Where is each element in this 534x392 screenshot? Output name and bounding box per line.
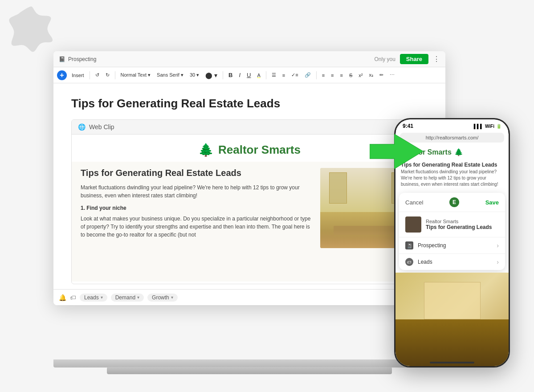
phone-status-icons: ▌▌▌ WiFi 🔋 [474,124,501,129]
phone-site-tree-icon: 🌲 [454,148,463,156]
app-topbar-right: Only you Share ⋮ [375,54,440,64]
green-arrow-icon [370,134,423,169]
article-body1: Look at what makes your business unique.… [81,215,313,239]
share-button[interactable]: Share [400,54,428,64]
color-picker[interactable]: ⬤ ▾ [203,71,220,80]
only-you-label: Only you [375,56,395,62]
web-clip-header: 🌐 Web Clip [72,120,427,135]
notebook-title: Prospecting [68,56,96,62]
tag-leads-label: Leads [84,294,99,301]
laptop-stand [53,359,445,368]
growth-caret: ▾ [171,295,173,300]
site-logo-icon: 🌲 [198,143,214,157]
tag-demand[interactable]: Demand ▾ [111,294,144,302]
note-info: Realtor Smarts Tips for Generating Leads [426,219,499,230]
phone-kitchen-image [395,273,509,366]
laptop-base [107,367,392,374]
toolbar-divider-1 [90,71,90,79]
toolbar-divider-4 [266,71,266,79]
toolbar-divider-3 [223,71,223,79]
demand-caret: ▾ [137,295,139,300]
notebook-row[interactable]: 📓 Prospecting › [399,237,505,254]
phone-article-desc: Market fluctuations dwindling your lead … [395,169,509,190]
undo-button[interactable]: ↺ [93,71,102,79]
tags-row-left: 🏷 Leads [405,258,432,266]
tag-growth[interactable]: Growth ▾ [147,294,178,302]
strikethrough-button[interactable]: S [347,72,355,79]
notebook-row-icon: 📓 [405,241,413,249]
svg-marker-0 [370,134,423,169]
link-button[interactable]: 🔗 [302,71,313,79]
app-topbar: 📓 Prospecting Only you Share ⋮ [53,51,445,67]
text-style-dropdown[interactable]: Normal Text ▾ [118,71,153,79]
phone-home-indicator [430,362,474,363]
align-center-button[interactable]: ≡ [329,72,336,79]
save-button-phone[interactable]: Save [485,199,499,206]
toolbar-divider-5 [316,71,317,79]
star-decoration [7,4,56,53]
subscript-button[interactable]: x₂ [367,71,375,79]
cancel-button-phone[interactable]: Cancel [405,199,423,206]
battery-icon: 🔋 [496,124,501,129]
italic-button[interactable]: I [236,71,243,79]
tags-row-chevron: › [497,258,499,265]
insert-label[interactable]: Insert [69,72,86,79]
document-content: Tips for Generating Real Estate Leads 🌐 … [53,83,445,289]
globe-icon: 🌐 [78,123,86,131]
align-button[interactable]: ≡ [320,72,327,79]
underline-button[interactable]: U [245,71,253,79]
evernote-icon: E [452,199,456,205]
note-source: Realtor Smarts [426,219,499,224]
document-bottom-bar: 🔔 🏷 Leads ▾ Demand ▾ Growth ▾ [53,289,445,305]
notebook-row-left: 📓 Prospecting [405,241,446,249]
web-clip-article: Tips for Generating Real Estate Leads Ma… [72,162,427,248]
tags-row[interactable]: 🏷 Leads › [399,254,505,270]
notebook-icon: 📓 [59,56,65,62]
notebook-row-chevron: › [497,242,499,249]
tags-row-icon: 🏷 [405,258,413,266]
redo-button[interactable]: ↻ [103,71,112,79]
toolbar-divider-2 [115,71,115,79]
note-title-small: Tips for Generating Leads [426,224,499,230]
web-clip-label: Web Clip [89,123,114,131]
font-size-dropdown[interactable]: 30 ▾ [188,71,201,79]
article-heading: Tips for Generating Real Estate Leads [81,168,313,178]
signal-icon: ▌▌▌ [474,124,483,129]
phone-time: 9:41 [403,123,413,129]
notebook-name: Prospecting [418,242,446,249]
wifi-icon: WiFi [485,124,494,129]
align-right-button[interactable]: ≡ [338,72,345,79]
numbered-list-button[interactable]: ≡ [280,72,287,79]
article-intro: Market fluctuations dwindling your lead … [81,184,313,200]
document-title: Tips for Generating Real Estate Leads [71,97,428,110]
bullet-list-button[interactable]: ☰ [269,71,278,79]
more-format-button[interactable]: ⋯ [387,71,397,79]
tag-icon-bar[interactable]: 🏷 [70,294,76,301]
phone-save-dialog: Cancel E Save Realtor Smarts Tips for Ge… [399,193,505,270]
leads-caret: ▾ [101,295,103,300]
tag-leads[interactable]: Leads ▾ [80,294,107,302]
article-point1: 1. Find your niche [81,205,313,211]
app-topbar-left: 📓 Prospecting [59,56,96,62]
tag-demand-label: Demand [115,294,135,301]
bell-icon[interactable]: 🔔 [59,294,66,301]
checklist-button[interactable]: ✓≡ [289,71,300,79]
highlight-button[interactable]: A [255,72,262,79]
more-options-icon[interactable]: ⋮ [433,55,440,63]
phone-status-bar: 9:41 ▌▌▌ WiFi 🔋 [395,119,509,131]
save-dialog-header: Cancel E Save [399,193,505,212]
site-logo-text: Realtor Smarts [218,143,301,157]
editor-toolbar: + Insert ↺ ↻ Normal Text ▾ Sans Serif ▾ … [53,67,445,83]
save-dialog-note-preview: Realtor Smarts Tips for Generating Leads [399,212,505,237]
laptop-screen: 📓 Prospecting Only you Share ⋮ + Insert … [53,51,445,305]
note-thumbnail [405,216,421,233]
tags-value: Leads [418,259,432,265]
font-family-dropdown[interactable]: Sans Serif ▾ [155,71,186,79]
superscript-button[interactable]: x² [356,72,365,79]
evernote-logo-phone: E [449,197,459,207]
insert-button[interactable]: + [57,70,67,80]
format-button[interactable]: ✏ [377,71,386,79]
article-text: Tips for Generating Real Estate Leads Ma… [81,162,313,248]
tag-growth-label: Growth [152,294,169,301]
bold-button[interactable]: B [226,71,235,79]
